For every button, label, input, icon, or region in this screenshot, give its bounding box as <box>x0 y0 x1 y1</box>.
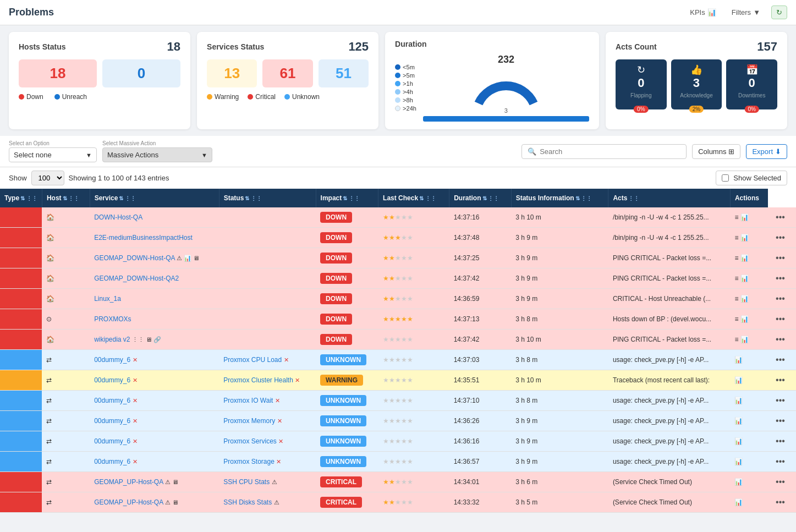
table-row: ⇄00dummy_6 ✕Proxmox Services ✕UNKNOWN★★★… <box>0 431 796 452</box>
acts-chart-icon[interactable]: 📊 <box>734 498 743 506</box>
row-last-check: 14:36:16 <box>449 431 511 452</box>
service-link[interactable]: Proxmox Memory <box>223 417 275 425</box>
host-link[interactable]: wikipedia v2 <box>94 336 130 343</box>
actions-menu-button[interactable]: ••• <box>772 293 788 304</box>
host-link[interactable]: DOWN-Host-QA <box>94 213 142 221</box>
row-actions: ••• <box>768 492 796 513</box>
acts-list-icon[interactable]: ≡ <box>734 213 738 221</box>
table-row: 🏠GEOMAP_DOWN-Host-QA ⚠ 📊 🖥DOWN★★★★★14:37… <box>0 248 796 268</box>
type-sort-icon[interactable]: ⇅ ⋮⋮ <box>20 195 37 201</box>
row-type: ⊙ <box>42 309 90 330</box>
status-badge: UNKNOWN <box>320 354 366 365</box>
service-link[interactable]: SSH CPU Stats <box>223 478 270 486</box>
host-link[interactable]: GEOMAP_UP-Host-QA <box>94 498 163 506</box>
table-header: Type⇅ ⋮⋮ Host⇅ ⋮⋮ Service⇅ ⋮⋮ Status⇅ ⋮⋮… <box>0 189 796 207</box>
host-link[interactable]: E2E-mediumBusinessImpactHost <box>94 234 193 242</box>
select-action-dropdown[interactable]: Massive Actions ▼ <box>102 147 212 162</box>
service-link[interactable]: Proxmox Storage <box>223 458 275 465</box>
search-box[interactable]: 🔍 <box>521 144 687 159</box>
show-selected-checkbox[interactable] <box>722 174 729 182</box>
actions-menu-button[interactable]: ••• <box>772 232 788 243</box>
actions-menu-button[interactable]: ••• <box>772 354 788 365</box>
services-warning-label: Warning <box>207 93 239 101</box>
actions-menu-button[interactable]: ••• <box>772 435 788 447</box>
host-link[interactable]: 00dummy_6 <box>94 458 130 465</box>
acts-chart-icon[interactable]: 📊 <box>740 315 749 323</box>
acts-chart-icon[interactable]: 📊 <box>734 437 743 445</box>
actions-menu-button[interactable]: ••• <box>772 476 788 487</box>
export-button[interactable]: Export ⬇ <box>746 144 787 159</box>
service-link[interactable]: Proxmox IO Wait <box>223 397 273 404</box>
show-selected-button[interactable]: Show Selected <box>716 171 787 185</box>
row-duration: 3 h 8 m <box>511 350 608 370</box>
actions-menu-button[interactable]: ••• <box>772 211 788 223</box>
columns-button[interactable]: Columns ⊞ <box>692 144 740 159</box>
acts-chart-icon[interactable]: 📊 <box>740 254 749 262</box>
status-sort-icon[interactable]: ⇅ ⋮⋮ <box>245 195 262 201</box>
actions-menu-button[interactable]: ••• <box>772 394 788 406</box>
host-link[interactable]: Linux_1a <box>94 295 121 303</box>
actions-menu-button[interactable]: ••• <box>772 415 788 426</box>
host-sort-icon[interactable]: ⇅ ⋮⋮ <box>63 195 80 201</box>
host-link[interactable]: 00dummy_6 <box>94 356 130 364</box>
col-status: Status⇅ ⋮⋮ <box>219 189 316 207</box>
select-option-dropdown[interactable]: Select none ▼ <box>9 147 97 162</box>
statusinfo-sort-icon[interactable]: ⇅ ⋮⋮ <box>575 195 592 201</box>
host-link[interactable]: PROXMOXs <box>94 315 131 323</box>
service-link[interactable]: SSH Disks Stats <box>223 498 272 506</box>
acts-list-icon[interactable]: ≡ <box>734 275 738 282</box>
acts-chart-icon[interactable]: 📊 <box>740 275 749 282</box>
service-link[interactable]: Proxmox Services <box>223 437 277 445</box>
host-link[interactable]: 00dummy_6 <box>94 437 130 445</box>
acts-chart-icon[interactable]: 📊 <box>740 295 749 303</box>
ack-pct: 2% <box>689 106 704 113</box>
actions-menu-button[interactable]: ••• <box>772 496 788 508</box>
search-input[interactable] <box>540 147 680 156</box>
acts-list-icon[interactable]: ≡ <box>734 234 738 242</box>
duration-sort-icon[interactable]: ⇅ ⋮⋮ <box>482 195 499 201</box>
service-sort-icon[interactable]: ⇅ ⋮⋮ <box>119 195 136 201</box>
kpis-button[interactable]: KPIs 📊 <box>685 6 720 19</box>
table-row: ⇄00dummy_6 ✕Proxmox Memory ✕UNKNOWN★★★★★… <box>0 411 796 431</box>
acts-chart-icon[interactable]: 📊 <box>734 458 743 465</box>
lastcheck-sort-icon[interactable]: ⇅ ⋮⋮ <box>419 195 436 201</box>
actions-menu-button[interactable]: ••• <box>772 252 788 264</box>
acts-sort-icon[interactable]: ⋮⋮ <box>628 195 639 201</box>
kpis-icon: 📊 <box>707 8 716 17</box>
impact-sort-icon[interactable]: ⇅ ⋮⋮ <box>343 195 360 201</box>
acts-chart-icon[interactable]: 📊 <box>734 397 743 404</box>
host-link[interactable]: 00dummy_6 <box>94 417 130 425</box>
status-badge: DOWN <box>320 314 352 325</box>
host-link[interactable]: 00dummy_6 <box>94 376 130 384</box>
host-link[interactable]: GEOMAP_DOWN-Host-QA2 <box>94 275 179 282</box>
actions-menu-button[interactable]: ••• <box>772 456 788 467</box>
acts-chart-icon[interactable]: 📊 <box>734 478 743 486</box>
row-impact: ★★★★★ <box>378 228 449 248</box>
row-host: GEOMAP_DOWN-Host-QA ⚠ 📊 🖥 <box>90 248 219 268</box>
service-link[interactable]: Proxmox Cluster Health <box>223 376 293 384</box>
acts-list-icon[interactable]: ≡ <box>734 336 738 343</box>
service-link[interactable]: Proxmox CPU Load <box>223 356 282 364</box>
actions-menu-button[interactable]: ••• <box>772 374 788 386</box>
refresh-button[interactable]: ↻ <box>771 6 787 19</box>
host-link[interactable]: GEOMAP_DOWN-Host-QA <box>94 254 175 262</box>
filters-button[interactable]: Filters ▼ <box>727 6 765 19</box>
actions-menu-button[interactable]: ••• <box>772 333 788 345</box>
host-link[interactable]: 00dummy_6 <box>94 397 130 404</box>
acts-list-icon[interactable]: ≡ <box>734 315 738 323</box>
table-row: 🏠GEOMAP_DOWN-Host-QA2DOWN★★★★★14:37:423 … <box>0 268 796 289</box>
acts-chart-icon[interactable]: 📊 <box>734 356 743 364</box>
acts-chart-icon[interactable]: 📊 <box>734 417 743 425</box>
show-select[interactable]: 100 50 25 <box>31 171 64 185</box>
actions-menu-button[interactable]: ••• <box>772 313 788 325</box>
acts-chart-icon[interactable]: 📊 <box>734 376 743 384</box>
host-link[interactable]: GEOMAP_UP-Host-QA <box>94 478 163 486</box>
acts-list-icon[interactable]: ≡ <box>734 254 738 262</box>
acts-chart-icon[interactable]: 📊 <box>740 234 749 242</box>
acts-chart-icon[interactable]: 📊 <box>740 336 749 343</box>
acts-chart-icon[interactable]: 📊 <box>740 213 749 221</box>
table-row: ⇄00dummy_6 ✕Proxmox Cluster Health ✕WARN… <box>0 370 796 391</box>
services-card-total: 125 <box>348 40 369 54</box>
acts-list-icon[interactable]: ≡ <box>734 295 738 303</box>
actions-menu-button[interactable]: ••• <box>772 272 788 284</box>
